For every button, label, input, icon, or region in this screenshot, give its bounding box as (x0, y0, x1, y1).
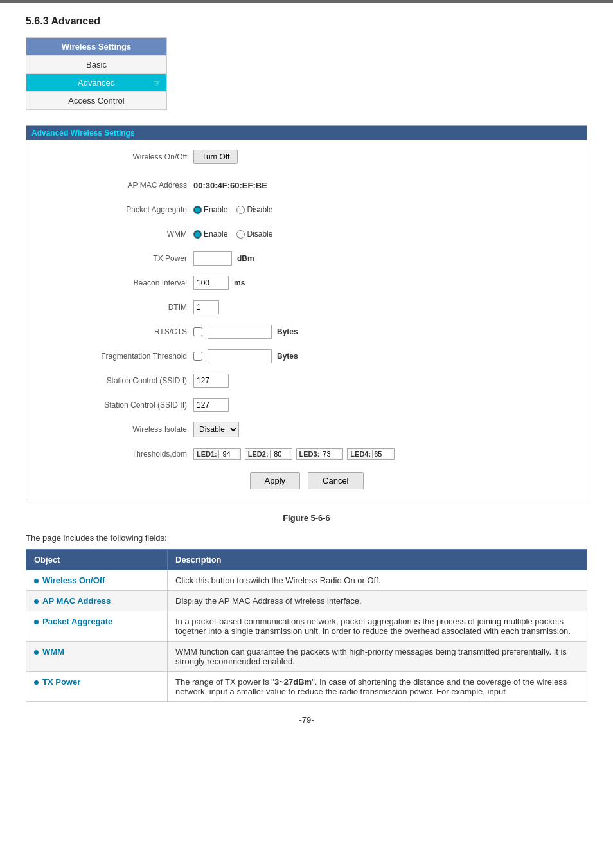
tx-power-unit: dBm (237, 254, 254, 263)
description-text: The page includes the following fields: (26, 533, 587, 543)
nav-item-advanced[interactable]: Advanced ☞ (26, 73, 166, 91)
threshold-led1: LED1: (193, 448, 241, 460)
rts-cts-checkbox[interactable] (193, 327, 202, 336)
nav-box-title: Wireless Settings (26, 38, 166, 55)
ap-mac-address-label: AP MAC Address (39, 181, 193, 190)
wmm-disable-radio[interactable] (236, 230, 245, 239)
wmm-enable-label[interactable]: Enable (193, 230, 227, 239)
table-row: TX PowerThe range of TX power is "3~27dB… (26, 672, 587, 702)
wmm-enable-radio[interactable] (193, 230, 202, 239)
packet-aggregate-disable-label[interactable]: Disable (236, 205, 272, 214)
rts-cts-input[interactable] (208, 325, 272, 339)
nav-box: Wireless Settings Basic Advanced ☞ Acces… (26, 37, 167, 110)
button-row: Apply Cancel (39, 472, 574, 489)
fragmentation-threshold-label: Fragmentation Threshold (39, 352, 193, 361)
station-control-ssid1-input[interactable] (193, 374, 229, 388)
table-cell-description: Click this button to switch the Wireless… (168, 570, 587, 591)
station-control-ssid2-row: Station Control (SSID II) (39, 396, 574, 414)
fragmentation-threshold-input[interactable] (208, 349, 272, 363)
packet-aggregate-control: Enable Disable (193, 205, 276, 214)
led1-label: LED1: (197, 450, 217, 458)
led2-input[interactable] (270, 450, 289, 458)
threshold-led2: LED2: (245, 448, 292, 460)
packet-aggregate-enable-radio[interactable] (193, 206, 202, 214)
table-cell-object: TX Power (26, 672, 168, 702)
station-control-ssid2-input[interactable] (193, 398, 229, 412)
rts-cts-label: RTS/CTS (39, 327, 193, 336)
dtim-label: DTIM (39, 303, 193, 312)
section-title: 5.6.3 Advanced (26, 15, 587, 27)
bullet-dot (34, 620, 39, 624)
dtim-row: DTIM (39, 298, 574, 316)
fragmentation-threshold-row: Fragmentation Threshold Bytes (39, 347, 574, 365)
turn-off-button[interactable]: Turn Off (193, 150, 238, 164)
led4-input[interactable] (372, 450, 391, 458)
led1-input[interactable] (218, 450, 238, 458)
station-control-ssid1-row: Station Control (SSID I) (39, 372, 574, 390)
station-control-ssid1-label: Station Control (SSID I) (39, 376, 193, 385)
wireless-on-off-row: Wireless On/Off Turn Off (39, 148, 574, 166)
bullet-dot (34, 579, 39, 583)
panel-body: Wireless On/Off Turn Off AP MAC Address … (26, 140, 587, 500)
wireless-isolate-control: Disable Enable (193, 422, 239, 437)
page-number: -79- (26, 715, 587, 725)
beacon-interval-control: ms (193, 276, 245, 290)
station-control-ssid2-label: Station Control (SSID II) (39, 401, 193, 410)
wmm-control: Enable Disable (193, 230, 276, 239)
wmm-row: WMM Enable Disable (39, 225, 574, 243)
beacon-interval-unit: ms (234, 278, 245, 287)
station-control-ssid1-control (193, 374, 229, 388)
table-cell-object: AP MAC Address (26, 591, 168, 611)
packet-aggregate-label: Packet Aggregate (39, 205, 193, 214)
table-cell-description: Display the AP MAC Address of wireless i… (168, 591, 587, 611)
beacon-interval-input[interactable] (193, 276, 229, 290)
cancel-button[interactable]: Cancel (308, 472, 363, 489)
ap-mac-address-value: 00:30:4F:60:EF:BE (193, 181, 267, 190)
ap-mac-address-row: AP MAC Address 00:30:4F:60:EF:BE (39, 176, 574, 194)
packet-aggregate-disable-radio[interactable] (236, 206, 245, 214)
fragmentation-threshold-unit: Bytes (277, 352, 298, 361)
table-cell-object: WMM (26, 642, 168, 672)
thresholds-label: Thresholds,dbm (39, 449, 193, 458)
table-cell-object: Wireless On/Off (26, 570, 168, 591)
tx-power-control: dBm (193, 251, 254, 266)
wireless-on-off-label: Wireless On/Off (39, 152, 193, 161)
wmm-label: WMM (39, 230, 193, 239)
advanced-wireless-settings-panel: Advanced Wireless Settings Wireless On/O… (26, 125, 587, 500)
led4-label: LED4: (350, 450, 371, 458)
led3-label: LED3: (299, 450, 320, 458)
tx-power-input[interactable] (193, 251, 232, 266)
table-row: WMMWMM function can guarantee the packet… (26, 642, 587, 672)
dtim-input[interactable] (193, 300, 219, 314)
rts-cts-unit: Bytes (277, 327, 298, 336)
table-cell-object: Packet Aggregate (26, 611, 168, 642)
led2-label: LED2: (248, 450, 269, 458)
wmm-disable-label[interactable]: Disable (236, 230, 272, 239)
nav-item-access-control[interactable]: Access Control (26, 91, 166, 109)
led3-input[interactable] (321, 450, 340, 458)
wireless-isolate-label: Wireless Isolate (39, 425, 193, 434)
table-row: Wireless On/OffClick this button to swit… (26, 570, 587, 591)
dtim-control (193, 300, 219, 314)
ap-mac-address-control: 00:30:4F:60:EF:BE (193, 181, 267, 190)
nav-item-basic[interactable]: Basic (26, 55, 166, 73)
table-row: AP MAC AddressDisplay the AP MAC Address… (26, 591, 587, 611)
table-cell-description: The range of TX power is "3~27dBm". In c… (168, 672, 587, 702)
threshold-led4: LED4: (347, 448, 395, 460)
wireless-isolate-row: Wireless Isolate Disable Enable (39, 420, 574, 439)
tx-power-row: TX Power dBm (39, 249, 574, 267)
beacon-interval-label: Beacon Interval (39, 278, 193, 287)
col-header-object: Object (26, 550, 168, 570)
beacon-interval-row: Beacon Interval ms (39, 274, 574, 292)
packet-aggregate-enable-label[interactable]: Enable (193, 205, 227, 214)
apply-button[interactable]: Apply (250, 472, 301, 489)
info-table: Object Description Wireless On/OffClick … (26, 549, 587, 702)
table-cell-description: WMM function can guarantee the packets w… (168, 642, 587, 672)
panel-header: Advanced Wireless Settings (26, 126, 587, 140)
rts-cts-row: RTS/CTS Bytes (39, 323, 574, 341)
bullet-dot (34, 680, 39, 685)
cursor-icon: ☞ (153, 78, 161, 88)
fragmentation-threshold-checkbox[interactable] (193, 352, 202, 361)
fragmentation-threshold-control: Bytes (193, 349, 298, 363)
wireless-isolate-select[interactable]: Disable Enable (193, 422, 239, 437)
